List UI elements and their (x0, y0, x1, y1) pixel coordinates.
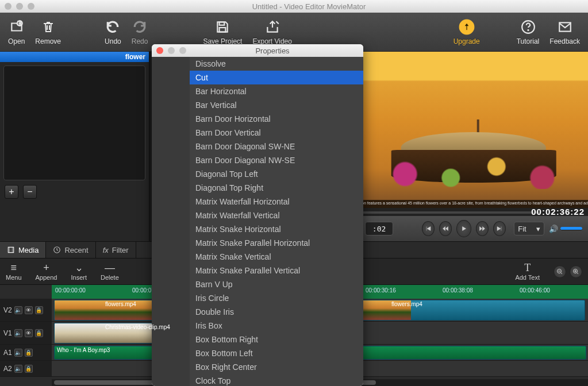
export-video-button[interactable]: Export Video (252, 19, 292, 45)
tab-recent[interactable]: Recent (46, 242, 95, 258)
transition-option[interactable]: Matrix Waterfall Vertical (190, 209, 363, 222)
window-title: Untitled - Video Editor MovieMator (34, 2, 583, 11)
preview-canvas[interactable]: on features a sensational 45 million flo… (359, 52, 588, 208)
fx-icon: fx (103, 246, 109, 254)
eye-toggle-icon[interactable]: 👁 (25, 306, 33, 314)
transition-option[interactable]: Diagonal Top Right (190, 181, 363, 195)
tutorial-button[interactable]: Tutorial (517, 19, 540, 45)
transition-option[interactable]: Double Iris (190, 305, 363, 319)
media-header[interactable]: flower (0, 52, 149, 62)
preview-scrubber[interactable]: 00:02:36:22 (359, 208, 588, 216)
transition-option[interactable]: Barn Door Diagonal NW-SE (190, 153, 363, 167)
save-project-button[interactable]: Save Project (203, 19, 242, 45)
transition-option[interactable]: Barn Door Horizontal (190, 112, 363, 126)
transition-dropdown[interactable]: DissolveCutBar HorizontalBar VerticalBar… (190, 57, 363, 386)
transition-option[interactable]: Diagonal Top Left (190, 167, 363, 181)
transition-option[interactable]: Barn V Up (190, 277, 363, 291)
transition-option[interactable]: Iris Circle (190, 291, 363, 305)
feedback-button[interactable]: Feedback (549, 19, 580, 45)
svg-rect-7 (8, 247, 13, 252)
vis-toggle-icon[interactable]: 🔈 (14, 306, 22, 314)
transition-option[interactable]: Matrix Snake Vertical (190, 250, 363, 264)
properties-titlebar[interactable]: Properties (152, 44, 363, 57)
delete-button[interactable]: —Delete (101, 263, 119, 281)
help-icon (520, 19, 536, 35)
undo-label: Undo (105, 37, 121, 45)
properties-title: Properties (186, 47, 359, 55)
transition-option[interactable]: Matrix Waterfall Horizontal (190, 195, 363, 209)
transition-option[interactable]: Barn Door Diagonal SW-NE (190, 140, 363, 153)
tab-filter[interactable]: fx Filter (96, 242, 136, 258)
track-v2-head[interactable]: V2🔈👁🔒 (0, 299, 52, 321)
track-a1-head[interactable]: A1🔈🔒 (0, 345, 52, 360)
track-a2-head[interactable]: A2🔈🔒 (0, 361, 52, 376)
text-icon: T (524, 263, 531, 273)
transition-option[interactable]: Bar Vertical (190, 98, 363, 112)
svg-point-5 (527, 29, 528, 30)
rewind-button[interactable] (439, 221, 452, 236)
redo-icon (132, 19, 148, 35)
transition-option[interactable]: Box Bottom Left (190, 346, 363, 360)
volume-icon: 🔊 (549, 225, 558, 233)
remove-button[interactable]: Remove (35, 19, 61, 45)
undo-button[interactable]: Undo (105, 19, 121, 45)
properties-gutter (152, 57, 190, 386)
mail-icon (557, 19, 573, 35)
trash-icon (40, 19, 56, 35)
menu-icon: ≡ (11, 263, 17, 273)
transition-option[interactable]: Matrix Snake Horizontal (190, 222, 363, 236)
lock-toggle-icon[interactable]: 🔒 (35, 306, 43, 314)
timecode-input[interactable]: :02 (365, 222, 393, 236)
zoom-out-button[interactable] (554, 265, 566, 278)
forward-button[interactable] (476, 221, 489, 236)
transition-option[interactable]: Matrix Snake Parallel Horizontal (190, 236, 363, 250)
min-panel-dot[interactable] (168, 47, 175, 54)
close-panel-dot[interactable] (156, 47, 163, 54)
clip-v2-flowers-b[interactable]: flowers.mp4 (344, 300, 585, 321)
zoom-fit-select[interactable]: Fit▾ (514, 222, 544, 236)
transition-option[interactable]: Matrix Snake Parallel Vertical (190, 264, 363, 277)
skip-start-button[interactable] (422, 221, 435, 236)
transition-option[interactable]: Barn Door Vertical (190, 126, 363, 140)
undo-icon (105, 19, 121, 35)
skip-end-button[interactable] (493, 221, 506, 236)
film-icon (7, 246, 15, 254)
transition-option[interactable]: Box Bottom Right (190, 333, 363, 346)
upgrade-icon (459, 19, 475, 35)
remove-label: Remove (35, 37, 61, 45)
export-icon (264, 19, 280, 35)
zoom-panel-dot[interactable] (179, 47, 186, 54)
transition-option[interactable]: Dissolve (190, 57, 363, 71)
plus-icon: + (43, 263, 49, 273)
minimize-window-dot[interactable] (16, 3, 23, 10)
zoom-window-dot[interactable] (28, 3, 34, 10)
tab-media[interactable]: Media (0, 242, 46, 258)
zoom-in-button[interactable] (570, 265, 582, 278)
add-media-button[interactable]: + (5, 185, 18, 199)
append-button[interactable]: +Append (36, 263, 57, 281)
properties-window: Properties DissolveCutBar HorizontalBar … (152, 44, 363, 386)
clock-icon (53, 246, 61, 254)
svg-rect-2 (220, 28, 226, 32)
upgrade-button[interactable]: Upgrade (454, 19, 480, 45)
transition-option[interactable]: Bar Horizontal (190, 84, 363, 98)
track-v1-head[interactable]: V1🔈👁🔒 (0, 322, 52, 344)
transition-option[interactable]: Cut (190, 71, 363, 84)
remove-media-button[interactable]: − (23, 185, 37, 199)
redo-button[interactable]: Redo (132, 19, 148, 45)
media-panel: flower + − (0, 52, 149, 241)
play-button[interactable] (456, 220, 471, 237)
volume-control[interactable]: 🔊 (549, 225, 582, 233)
redo-label: Redo (132, 37, 148, 45)
transition-option[interactable]: Iris Box (190, 319, 363, 333)
transition-option[interactable]: Box Right Center (190, 360, 363, 374)
add-text-button[interactable]: TAdd Text (515, 263, 540, 281)
chevron-down-icon: ⌄ (75, 263, 83, 273)
timeline-menu-button[interactable]: ≡Menu (6, 263, 22, 281)
media-list[interactable] (3, 65, 145, 180)
insert-button[interactable]: ⌄Insert (71, 263, 87, 281)
transition-option[interactable]: Clock Top (190, 374, 363, 386)
close-window-dot[interactable] (5, 3, 11, 10)
preview-panel: on features a sensational 45 million flo… (359, 52, 588, 241)
open-button[interactable]: Open (8, 19, 25, 45)
